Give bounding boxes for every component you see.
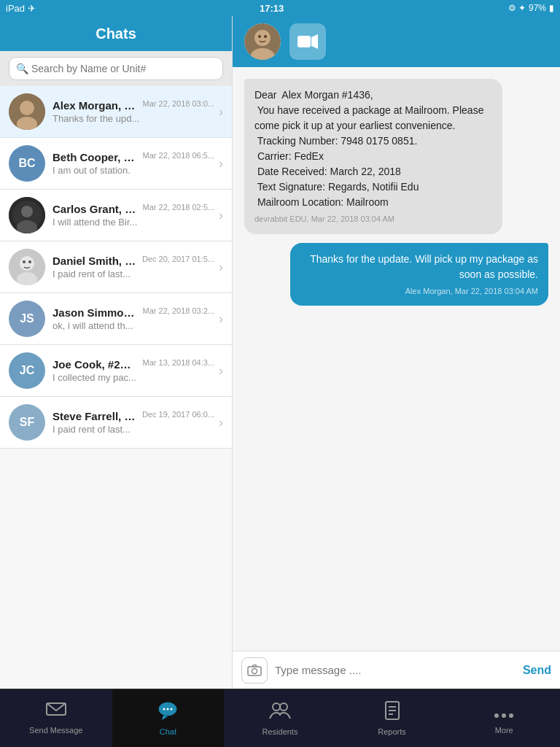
svg-point-1 (20, 101, 34, 115)
avatar-steve: SF (9, 404, 45, 441)
chat-date-carlos: Mar 22, 2018 02:5... (143, 203, 214, 212)
chat-item-daniel[interactable]: Dec 20, 2017 01:5... Daniel Smith, #1344… (0, 241, 232, 293)
left-panel: Chats 🔍 M (0, 16, 233, 689)
chat-name-beth: Beth Cooper, #1010 (52, 151, 137, 163)
svg-point-23 (163, 708, 166, 710)
svg-point-16 (264, 35, 267, 38)
chat-info-joe: Mar 13, 2018 04:3... Joe Cook, #2662 I c… (52, 358, 214, 383)
chat-preview-alex: Thanks for the upd... (52, 113, 214, 124)
message-outgoing-1: Thanks for the update. Will pick up my p… (290, 243, 548, 306)
tab-label-reports: Reports (378, 727, 406, 736)
tab-send-message[interactable]: Send Message (0, 689, 112, 747)
chat-info-alex: Mar 22, 2018 03:0... Alex Morgan, #14...… (52, 99, 214, 124)
status-bar: iPad ✈ 17:13 ⚙ ✦ 97% ▮ (0, 0, 560, 16)
svg-rect-17 (298, 36, 311, 47)
svg-point-15 (258, 35, 261, 38)
search-bar-container: 🔍 (0, 51, 232, 86)
chat-preview-jason: ok, i will attend th... (52, 320, 214, 331)
avatar-joe: JC (9, 352, 45, 389)
tab-chat[interactable]: Chat (112, 689, 225, 747)
chat-item-beth[interactable]: BC Mar 22, 2018 06:5... Beth Cooper, #10… (0, 138, 232, 190)
chat-info-steve: Dec 19, 2017 06:0... Steve Farrell, #141… (52, 410, 214, 435)
message-input[interactable] (275, 664, 516, 676)
svg-point-11 (28, 260, 31, 263)
status-icons: ⚙ ✦ (508, 3, 526, 13)
svg-point-13 (254, 30, 271, 46)
svg-point-27 (280, 703, 287, 711)
right-panel: Dear Alex Morgan #1436, You have receive… (233, 16, 560, 689)
chats-title: Chats (96, 26, 136, 42)
chat-item-jason[interactable]: JS Mar 22, 2018 03:2... Jason Simmons, #… (0, 293, 232, 345)
svg-point-34 (509, 713, 513, 718)
search-input[interactable] (9, 57, 223, 80)
svg-marker-18 (311, 34, 318, 49)
reports-icon (384, 701, 400, 724)
chat-item-steve[interactable]: SF Dec 19, 2017 06:0... Steve Farrell, #… (0, 397, 232, 449)
chat-date-daniel: Dec 20, 2017 01:5... (142, 255, 214, 263)
messages-area: Dear Alex Morgan #1436, You have receive… (233, 67, 560, 651)
svg-point-5 (21, 206, 33, 217)
message-incoming-1: Dear Alex Morgan #1436, You have receive… (244, 79, 502, 234)
status-time: 17:13 (260, 3, 284, 14)
avatar-carlos (9, 197, 45, 233)
status-right: ⚙ ✦ 97% ▮ (508, 3, 554, 13)
svg-point-10 (23, 260, 26, 263)
tab-label-send-message: Send Message (29, 726, 82, 735)
battery-level: 97% (529, 3, 546, 13)
chat-name-jason: Jason Simmons, #... (52, 306, 137, 319)
battery-icon: ▮ (549, 3, 554, 13)
chat-name-joe: Joe Cook, #2662 (52, 358, 137, 371)
message-meta-outgoing-1: Alex Morgan, Mar 22, 2018 03:04 AM (300, 285, 538, 298)
main-content: Chats 🔍 M (0, 16, 560, 689)
avatar-beth: BC (9, 145, 45, 182)
search-wrapper: 🔍 (9, 57, 223, 80)
chevron-icon-beth: › (219, 156, 223, 171)
chat-name-alex: Alex Morgan, #14... (52, 99, 137, 112)
chat-name-carlos: Carlos Grant, #1224 (52, 203, 137, 215)
message-input-area: Send (233, 651, 560, 689)
tab-reports[interactable]: Reports (336, 689, 448, 747)
more-icon (494, 703, 513, 723)
avatar-jason: JS (9, 301, 45, 337)
chat-info-daniel: Dec 20, 2017 01:5... Daniel Smith, #1344… (52, 255, 214, 279)
chat-date-steve: Dec 19, 2017 06:0... (142, 410, 214, 419)
left-header: Chats (0, 16, 232, 51)
chat-date-beth: Mar 22, 2018 06:5... (143, 151, 214, 160)
status-left: iPad ✈ (6, 3, 36, 14)
chat-name-steve: Steve Farrell, #1412 (52, 410, 136, 422)
message-text-incoming-1: Dear Alex Morgan #1436, You have receive… (254, 88, 492, 210)
chat-item-joe[interactable]: JC Mar 13, 2018 04:3... Joe Cook, #2662 … (0, 345, 232, 397)
tab-label-more: More (495, 726, 513, 735)
message-text-outgoing-1: Thanks for the update. Will pick up my p… (300, 252, 538, 282)
tab-label-residents: Residents (262, 727, 298, 736)
chat-info-beth: Mar 22, 2018 06:5... Beth Cooper, #1010 … (52, 151, 214, 176)
chat-item-alex[interactable]: Mar 22, 2018 03:0... Alex Morgan, #14...… (0, 86, 232, 138)
chat-preview-steve: I paid rent of last... (52, 424, 214, 435)
tab-residents[interactable]: Residents (224, 689, 336, 747)
svg-point-24 (167, 708, 169, 710)
camera-button[interactable] (241, 657, 268, 684)
ipad-label: iPad ✈ (6, 3, 36, 14)
chat-list: Mar 22, 2018 03:0... Alex Morgan, #14...… (0, 86, 232, 689)
chat-item-carlos[interactable]: Mar 22, 2018 02:5... Carlos Grant, #1224… (0, 190, 232, 241)
video-call-button[interactable] (289, 23, 326, 60)
tab-label-chat: Chat (160, 727, 176, 736)
chevron-icon-carlos: › (219, 208, 223, 223)
send-button[interactable]: Send (523, 664, 551, 677)
avatar-daniel (9, 249, 45, 285)
header-avatar (244, 23, 281, 60)
avatar-alex (9, 93, 45, 130)
send-message-icon (46, 703, 66, 723)
chevron-icon-alex: › (219, 104, 223, 120)
svg-point-20 (252, 668, 257, 673)
chat-date-jason: Mar 22, 2018 03:2... (143, 306, 214, 315)
chat-preview-carlos: I will attend the Bir... (52, 217, 214, 228)
chat-preview-beth: I am out of station. (52, 165, 214, 176)
chat-info-jason: Mar 22, 2018 03:2... Jason Simmons, #...… (52, 306, 214, 331)
chat-preview-joe: I collected my pac... (52, 372, 214, 383)
chat-date-alex: Mar 22, 2018 03:0... (143, 99, 214, 108)
chat-date-joe: Mar 13, 2018 04:3... (143, 358, 214, 367)
tab-more[interactable]: More (448, 689, 560, 747)
chevron-icon-joe: › (219, 363, 223, 379)
svg-point-33 (502, 713, 506, 718)
